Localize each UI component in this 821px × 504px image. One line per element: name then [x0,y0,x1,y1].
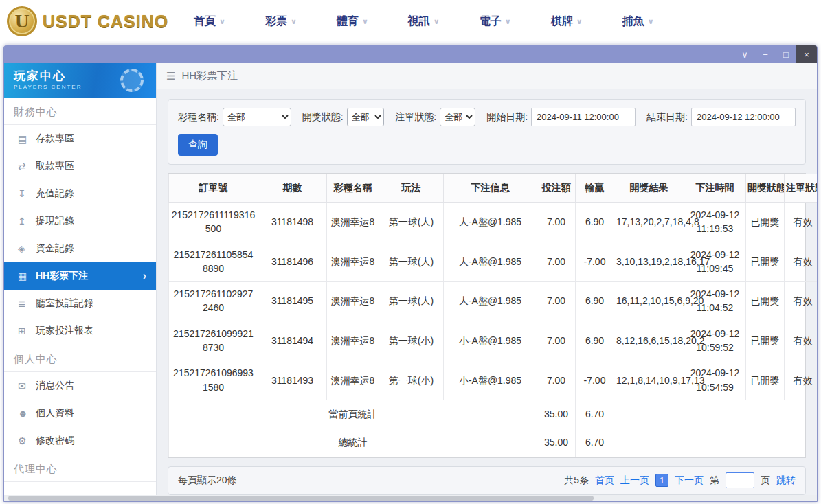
hamburger-icon[interactable]: ☰ [166,70,175,82]
lottery-name-label: 彩種名稱: [178,111,219,124]
cell-bet-info: 大-A盤@1.985 [444,242,537,282]
collapse-icon: ∨ [741,49,748,60]
poker-chip-icon [120,69,144,92]
cell-play: 第一球(小) [379,321,444,360]
cell-amount: 7.00 [537,242,576,282]
cell-order-id: 2152172611058548890 [169,242,258,282]
bet-status-select[interactable]: 全部 [440,108,475,126]
sidebar-item-deposit[interactable]: ▤ 存款專區 [4,125,156,152]
cell-win-loss: 6.90 [576,321,614,360]
current-page-indicator[interactable]: 1 [655,474,668,487]
sidebar-item-recharge-record[interactable]: ↧ 充值記錄 [4,180,156,207]
sidebar-item-label: 取款專區 [36,160,74,172]
nav-item-slots[interactable]: 電子 ∨ [480,14,511,29]
sidebar-item-label: 修改密碼 [36,435,74,447]
window-close-button[interactable]: × [796,45,817,63]
cell-bet-status: 有效 [785,282,818,321]
window-collapse-button[interactable]: ∨ [734,45,755,63]
nav-item-sports[interactable]: 體育 ∨ [337,14,368,29]
cell-amount: 7.00 [537,321,576,360]
cell-amount: 7.00 [537,282,576,321]
cell-bet-status: 有效 [785,242,818,282]
sidebar-item-hh-lottery-bets[interactable]: ▦ HH彩票下注 › [4,262,156,290]
page-summary-empty [614,400,818,428]
cell-result: 3,10,13,19,2,18,16,17 [614,242,684,282]
first-page-link[interactable]: 首页 [595,474,614,487]
prev-page-link[interactable]: 上一页 [620,474,649,487]
nav-item-lottery[interactable]: 彩票 ∨ [265,14,297,29]
nav-item-home[interactable]: 首頁 ∨ [194,14,225,29]
window-titlebar[interactable]: ∨ − □ × [4,45,817,63]
chevron-down-icon: ∨ [434,17,440,26]
open-status-select[interactable]: 全部 [347,108,385,126]
nav-item-board-games[interactable]: 棋牌 ∨ [551,14,583,29]
start-date-input[interactable] [531,108,636,126]
nav-item-fishing[interactable]: 捕魚 ∨ [622,14,654,29]
sidebar-item-label: 廳室投註記錄 [36,297,93,310]
sidebar-item-announcements[interactable]: ✉ 消息公告 [4,372,156,400]
window-minimize-button[interactable]: − [755,45,776,63]
start-date-label: 開始日期: [486,111,528,124]
sidebar-item-label: 個人資料 [36,407,74,420]
sidebar-item-withdrawal-record[interactable]: ↥ 提現記錄 [4,207,156,235]
cell-result: 16,11,2,10,15,6,9,20 [614,282,684,321]
page-jump-input[interactable] [726,472,754,488]
logo-emblem-icon: U [7,6,37,36]
cell-open-status: 已開獎 [746,242,785,282]
maximize-icon: □ [783,49,789,60]
withdraw-icon: ⇄ [18,161,36,172]
minimize-icon: − [763,49,768,60]
chevron-down-icon: ∨ [362,17,368,26]
cell-win-loss: -7.00 [576,242,614,282]
cell-result: 8,12,16,6,15,18,20,2 [614,321,684,360]
sidebar: 玩家中心 PLAYERS CENTER 財務中心 ▤ 存款專區 ⇄ 取款專區 ↧… [4,63,157,502]
cell-order-id: 2152172610999218730 [169,321,258,360]
page-jump-button[interactable]: 跳转 [776,474,796,487]
chevron-down-icon: ∨ [219,17,225,26]
sidebar-item-funds-record[interactable]: ◈ 資金記錄 [4,235,156,262]
cell-win-loss: -7.00 [576,360,614,400]
open-status-label: 開獎狀態: [302,111,344,124]
cell-lottery: 澳洲幸运8 [327,321,379,360]
cell-period: 31181496 [258,242,327,282]
cell-bet-status: 有效 [785,203,818,242]
chevron-down-icon: ∨ [291,17,297,26]
sidebar-item-label: 提現記錄 [36,215,74,227]
page-summary-amount: 35.00 [537,400,576,428]
main-nav: 首頁 ∨ 彩票 ∨ 體育 ∨ 視訊 ∨ 電子 ∨ 棋牌 ∨ 捕魚 ∨ [194,14,654,29]
chevron-down-icon: ∨ [576,17,583,26]
horizontal-scrollbar-thumb[interactable] [8,496,594,501]
cell-win-loss: 6.90 [576,203,614,242]
player-report-icon: ⊞ [18,325,36,336]
nav-item-live[interactable]: 視訊 ∨ [408,14,440,29]
horizontal-scrollbar[interactable] [4,495,817,501]
cell-period: 31181493 [258,360,327,400]
page-jump-label-pre: 第 [710,474,719,487]
cell-lottery: 澳洲幸运8 [327,242,379,282]
sidebar-item-room-bet-record[interactable]: ≣ 廳室投註記錄 [4,290,156,317]
cell-open-status: 已開獎 [746,203,785,242]
end-date-input[interactable] [691,108,796,126]
window-maximize-button[interactable]: □ [776,45,796,63]
top-navigation-bar: U USDT CASINO 首頁 ∨ 彩票 ∨ 體育 ∨ 視訊 ∨ 電子 ∨ 棋… [0,0,821,43]
next-page-link[interactable]: 下一页 [675,474,704,487]
col-period: 期數 [258,174,327,203]
cell-period: 31181494 [258,321,327,360]
total-summary-label: 總統計 [169,428,537,457]
sidebar-item-profile[interactable]: ☻ 個人資料 [4,400,156,427]
table-header-row: 訂單號 期數 彩種名稱 玩法 下注信息 投注額 輸贏 開獎結果 下注時間 開獎狀… [169,174,818,203]
lottery-name-select[interactable]: 全部 [223,108,291,126]
sidebar-item-label: 資金記錄 [36,242,74,255]
cell-amount: 7.00 [537,203,576,242]
sidebar-item-withdraw[interactable]: ⇄ 取款專區 [4,152,156,180]
table-row: 2152172610969931580 31181493 澳洲幸运8 第一球(小… [169,360,818,400]
col-play: 玩法 [379,174,444,203]
total-count-text: 共5条 [564,474,589,487]
site-logo[interactable]: U USDT CASINO [7,6,172,36]
cell-open-status: 已開獎 [746,321,785,360]
search-button[interactable]: 查詢 [178,134,218,156]
table-row: 2152172611119316500 31181498 澳洲幸运8 第一球(大… [169,203,818,242]
sidebar-item-change-password[interactable]: ⚙ 修改密碼 [4,427,156,455]
sidebar-item-player-report[interactable]: ⊞ 玩家投注報表 [4,317,156,345]
end-date-label: 結束日期: [646,111,688,124]
